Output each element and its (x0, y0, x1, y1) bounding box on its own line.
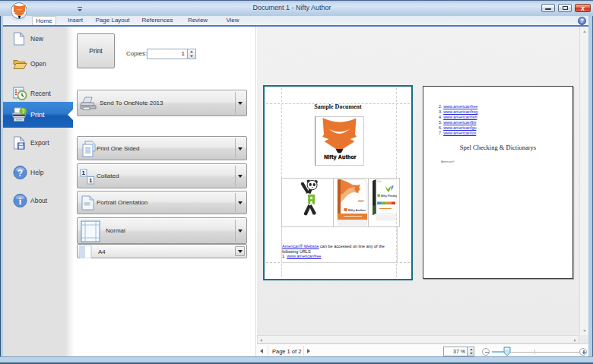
svg-text:?: ? (17, 168, 23, 179)
svg-text:i: i (19, 196, 22, 207)
svg-text:1: 1 (82, 169, 86, 176)
svg-text:1: 1 (89, 177, 93, 184)
svg-text:2007: 2007 (358, 200, 364, 203)
svg-text:Nifty Author: Nifty Author (348, 208, 366, 212)
svg-text:Nifty Firedog: Nifty Firedog (381, 195, 397, 198)
